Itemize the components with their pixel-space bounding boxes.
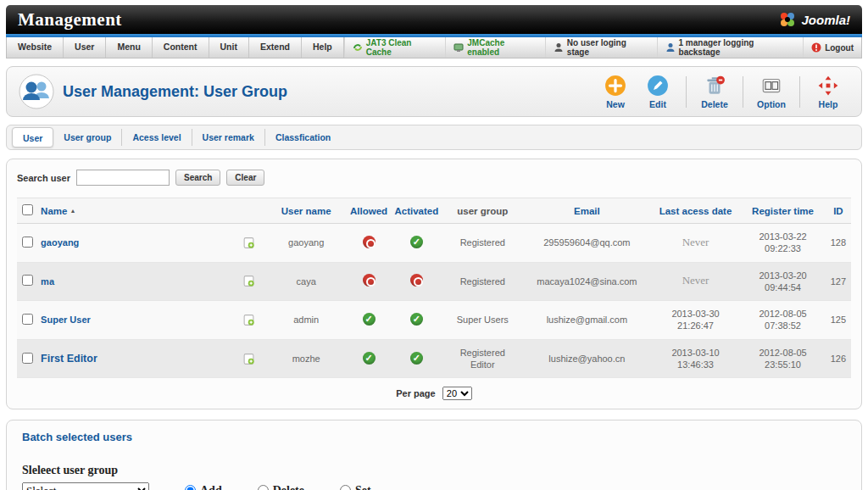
batch-group-select[interactable]: Slelect — [22, 482, 149, 490]
row-checkbox[interactable] — [22, 275, 33, 286]
logout-button[interactable]: Logout — [803, 37, 861, 58]
help-button[interactable]: Help — [807, 75, 849, 109]
delete-button[interactable]: Delete — [693, 75, 736, 109]
register-cell: 2012-08-05 07:38:52 — [740, 301, 826, 340]
allowed-status[interactable] — [363, 274, 376, 287]
username-cell: gaoyang — [265, 224, 346, 263]
toolbar: New Edit Delete — [594, 75, 849, 109]
activated-status[interactable] — [410, 352, 423, 365]
status-label: No user loging stage — [567, 38, 649, 57]
select-all-checkbox[interactable] — [22, 204, 33, 215]
tab-user[interactable]: User — [12, 127, 53, 148]
new-button[interactable]: New — [594, 75, 637, 109]
user-name-link[interactable]: ma — [41, 276, 54, 287]
status-no-user[interactable]: No user loging stage — [545, 37, 657, 58]
search-input[interactable] — [76, 170, 170, 186]
option-button[interactable]: Option — [750, 75, 793, 109]
menu-item-help[interactable]: Help — [302, 37, 344, 58]
menu-item-extend[interactable]: Extend — [249, 37, 302, 58]
edit-icon — [647, 75, 669, 97]
menu-item-user[interactable]: User — [64, 37, 106, 58]
col-header-name[interactable]: Name — [37, 198, 265, 224]
delete-label: Delete — [701, 99, 728, 109]
set-radio-label: Set — [355, 484, 371, 490]
col-header-register-time[interactable]: Register time — [740, 198, 826, 224]
delete-radio[interactable] — [258, 485, 269, 490]
new-label: New — [606, 99, 625, 109]
batch-title: Batch selected users — [22, 431, 846, 443]
tab-access-level[interactable]: Acess level — [122, 129, 192, 146]
toolbar-separator — [686, 76, 687, 108]
activated-status[interactable] — [410, 313, 423, 326]
register-cell: 2013-03-20 09:44:54 — [740, 262, 826, 301]
activated-status[interactable] — [410, 274, 423, 287]
col-header-last-access[interactable]: Last acess date — [651, 198, 741, 224]
batch-action-set[interactable]: Set — [340, 484, 371, 490]
col-header-allowed[interactable]: Allowed — [347, 198, 391, 224]
user-name-link[interactable]: Super User — [41, 315, 91, 325]
user-note-icon[interactable] — [242, 353, 255, 365]
batch-action-add[interactable]: Add — [185, 484, 222, 490]
user-note-icon[interactable] — [242, 237, 255, 249]
menu-item-website[interactable]: Website — [7, 37, 64, 58]
row-checkbox[interactable] — [22, 237, 33, 248]
per-page-select[interactable]: 20 — [442, 387, 472, 400]
col-header-email[interactable]: Email — [523, 198, 651, 224]
last-access-cell: Never — [651, 224, 741, 263]
table-row: gaoyang gaoyang Registered 295959604@qq.… — [17, 224, 851, 263]
row-checkbox[interactable] — [22, 314, 33, 325]
user-list-panel: Search user Search Clear Name User name … — [6, 159, 862, 409]
status-jmcache[interactable]: JMCache enabled — [445, 37, 545, 58]
activated-status[interactable] — [410, 236, 423, 248]
allowed-status[interactable] — [363, 352, 376, 365]
status-label: 1 manager logging backstage — [679, 38, 796, 57]
help-icon — [817, 75, 839, 97]
search-clear-button[interactable]: Clear — [226, 170, 264, 186]
id-cell: 127 — [826, 262, 851, 301]
tab-user-remark[interactable]: User remark — [192, 129, 265, 146]
add-radio[interactable] — [185, 485, 196, 490]
tab-bar: User User group Acess level User remark … — [6, 125, 862, 150]
edit-button[interactable]: Edit — [637, 75, 679, 109]
status-manager-backstage[interactable]: 1 manager logging backstage — [657, 37, 804, 58]
toolbar-separator — [799, 76, 800, 108]
help-label: Help — [819, 99, 838, 109]
group-cell: Registered Editor — [442, 339, 523, 378]
menu-bar: Website User Menu Content Unit Extend He… — [6, 37, 862, 58]
allowed-status[interactable] — [363, 313, 376, 326]
page-title: User Management: User Group — [63, 83, 287, 101]
user-name-link[interactable]: First Editor — [41, 353, 97, 365]
delete-radio-label: Delete — [273, 484, 304, 490]
col-header-activated[interactable]: Activated — [391, 198, 442, 224]
new-icon — [604, 75, 626, 97]
search-button[interactable]: Search — [175, 170, 220, 186]
col-header-username[interactable]: User name — [265, 198, 346, 224]
admin-page: Management Joomla! Website User Menu Con… — [0, 0, 868, 490]
set-radio[interactable] — [340, 485, 351, 490]
table-row: ma caya Registered macaya1024@sina.com N… — [17, 262, 851, 301]
main-menu: Website User Menu Content Unit Extend He… — [7, 37, 344, 58]
tab-user-group[interactable]: User group — [53, 129, 122, 146]
status-clean-cache[interactable]: JAT3 Clean Cache — [344, 37, 446, 58]
group-cell: Super Users — [442, 301, 523, 340]
clean-cache-icon — [353, 42, 363, 53]
tab-classification[interactable]: Classfication — [265, 129, 341, 146]
menu-item-menu[interactable]: Menu — [106, 37, 152, 58]
users-table: Name User name Allowed Activated user gr… — [17, 198, 851, 378]
user-note-icon[interactable] — [242, 314, 255, 326]
batch-action-delete[interactable]: Delete — [258, 484, 304, 490]
menu-item-unit[interactable]: Unit — [209, 37, 249, 58]
menu-item-content[interactable]: Content — [153, 37, 209, 58]
delete-icon — [704, 75, 726, 97]
user-name-link[interactable]: gaoyang — [41, 237, 79, 248]
allowed-status[interactable] — [363, 236, 376, 248]
logout-icon — [811, 42, 821, 53]
col-header-id[interactable]: ID — [826, 198, 851, 224]
batch-controls: Slelect Add Delete Set — [22, 482, 846, 490]
page-header: User Management: User Group New Edit — [6, 66, 862, 117]
row-checkbox[interactable] — [22, 353, 33, 364]
user-note-icon[interactable] — [242, 275, 255, 287]
edit-label: Edit — [649, 99, 666, 109]
id-cell: 126 — [826, 339, 851, 378]
toolbar-separator — [743, 76, 743, 108]
